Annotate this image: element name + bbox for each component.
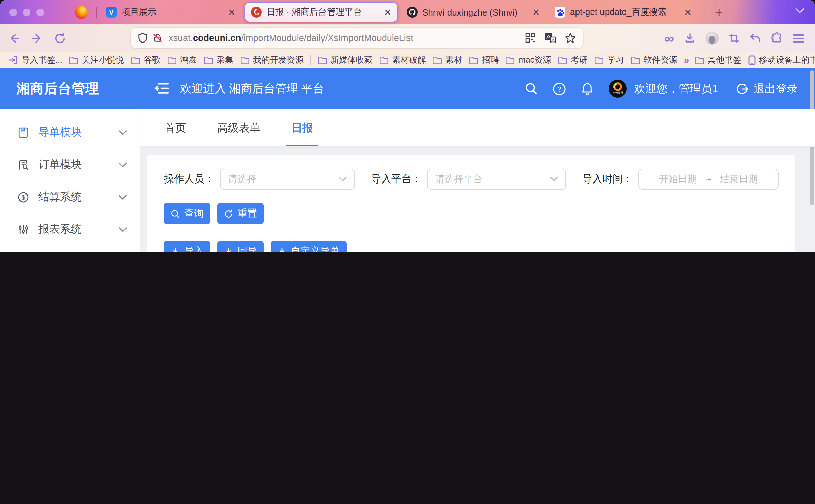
extensions-puzzle-icon[interactable] xyxy=(771,32,783,44)
reset-icon xyxy=(224,209,233,218)
import-button-row: 导入 回导 自定义导单 xyxy=(164,241,346,252)
bookmark-folder[interactable]: 素材破解 xyxy=(380,54,426,66)
folder-icon xyxy=(204,56,213,64)
browser-tab-4[interactable]: apt-get update_百度搜索 ✕ xyxy=(549,2,698,22)
bookmark-mobile[interactable]: 移动设备上的书签 xyxy=(748,54,815,66)
bookmark-folder-other[interactable]: 其他书签 xyxy=(695,54,741,66)
translate-icon[interactable]: A 文 xyxy=(544,32,556,43)
undo-icon[interactable] xyxy=(750,33,761,43)
bookmark-folder[interactable]: 新媒体收藏 xyxy=(318,54,373,66)
sidebar: 导单模块 订单模块 $ 结算系统 报表系统 发票系统 ¥ 采购系统 xyxy=(0,109,140,252)
browser-window: V 项目展示 ✕ 日报 · 湘商后台管理平台 ✕ Shnvi-duxingzhe… xyxy=(0,0,815,252)
platform-select[interactable]: 请选择平台 xyxy=(427,169,566,190)
bookmark-folder[interactable]: 学习 xyxy=(594,54,624,66)
svg-text:$: $ xyxy=(22,194,25,201)
bookmark-import[interactable]: 导入书签... xyxy=(8,54,62,66)
browser-toolbar: xsuat.codeuni.cn/importMoudule/daily/XsI… xyxy=(0,24,815,52)
reload-icon[interactable] xyxy=(54,32,66,44)
menu-hamburger-icon[interactable] xyxy=(793,33,804,43)
close-tab-icon[interactable]: ✕ xyxy=(532,8,540,17)
bookmark-folder[interactable]: 招聘 xyxy=(469,54,499,66)
browser-tab-2-active[interactable]: 日报 · 湘商后台管理平台 ✕ xyxy=(244,2,398,22)
bookmarks-divider xyxy=(310,55,311,65)
import-icon xyxy=(8,55,18,65)
forward-icon[interactable] xyxy=(31,32,43,44)
help-icon[interactable]: ? xyxy=(553,82,566,95)
macos-traffic-lights[interactable] xyxy=(9,8,44,16)
search-button[interactable]: 查询 xyxy=(164,203,210,224)
qr-code-icon[interactable] xyxy=(525,32,536,43)
operator-label: 操作人员： xyxy=(164,173,215,186)
date-end-placeholder: 结束日期 xyxy=(720,173,758,185)
browser-tab-1[interactable]: V 项目展示 ✕ xyxy=(100,2,242,22)
chevron-down-icon xyxy=(119,130,127,135)
tab-daily-report[interactable]: 日报 xyxy=(286,109,318,146)
folder-icon xyxy=(131,56,140,64)
tab-title: Shnvi-duxingzhe (Shnvi) xyxy=(422,7,528,17)
main-content: 首页 高级表单 日报 操作人员： 请选择 导入平台： 请选择平台 导入时间： 开… xyxy=(140,109,815,252)
reimport-button[interactable]: 回导 xyxy=(217,241,264,252)
date-start-placeholder: 开始日期 xyxy=(659,173,697,185)
downloads-icon[interactable] xyxy=(684,32,696,44)
sliders-icon xyxy=(18,224,29,235)
reset-button[interactable]: 重置 xyxy=(217,203,264,224)
import-button[interactable]: 导入 xyxy=(164,241,210,252)
bookmark-folder[interactable]: 素材 xyxy=(433,54,462,66)
close-tab-icon[interactable]: ✕ xyxy=(384,8,391,17)
bookmark-star-icon[interactable] xyxy=(565,32,576,44)
sidebar-collapse-icon[interactable] xyxy=(154,82,169,94)
logout-button[interactable]: 退出登录 xyxy=(736,81,798,96)
zoom-window-button[interactable] xyxy=(36,8,44,16)
screenshot-crop-icon[interactable] xyxy=(729,33,739,44)
bookmarks-overflow-chevron[interactable]: » xyxy=(684,55,688,65)
sidebar-item-settlement-system[interactable]: $ 结算系统 xyxy=(0,181,140,213)
close-tab-icon[interactable]: ✕ xyxy=(228,8,235,17)
folder-icon xyxy=(631,56,640,64)
welcome-text: 欢迎进入 湘商后台管理 平台 xyxy=(180,68,324,109)
sidebar-item-invoice-system[interactable]: 发票系统 xyxy=(0,246,140,252)
folder-icon xyxy=(558,56,567,64)
search-icon xyxy=(171,209,180,218)
custom-import-button[interactable]: 自定义导单 xyxy=(271,241,346,252)
bookmark-folder[interactable]: 鸿鑫 xyxy=(167,54,197,66)
query-button-row: 查询 重置 xyxy=(164,203,264,224)
adblock-infinity-icon[interactable]: ∞ xyxy=(664,31,674,45)
chevron-down-icon xyxy=(119,163,127,167)
folder-icon xyxy=(69,56,79,64)
header-search-icon[interactable] xyxy=(525,82,538,95)
url-bar[interactable]: xsuat.codeuni.cn/importMoudule/daily/XsI… xyxy=(131,28,583,48)
sidebar-item-order-module[interactable]: 订单模块 xyxy=(0,148,140,181)
close-tab-icon[interactable]: ✕ xyxy=(684,8,692,17)
platform-label: 导入平台： xyxy=(371,173,422,186)
download-icon xyxy=(277,247,287,252)
list-all-tabs-icon[interactable] xyxy=(795,8,804,13)
close-window-button[interactable] xyxy=(9,8,17,16)
lock-insecure-icon[interactable] xyxy=(152,32,163,43)
notification-bell-icon[interactable] xyxy=(581,82,594,95)
bookmark-folder[interactable]: 我的开发资源 xyxy=(240,54,304,66)
shield-icon[interactable] xyxy=(138,32,148,44)
bookmark-folder[interactable]: 采集 xyxy=(204,54,233,66)
download-icon xyxy=(171,247,180,252)
bookmark-folder[interactable]: 考研 xyxy=(558,54,588,66)
operator-select[interactable]: 请选择 xyxy=(220,169,355,190)
sidebar-item-report-system[interactable]: 报表系统 xyxy=(0,213,140,246)
bookmark-folder[interactable]: mac资源 xyxy=(506,54,551,66)
tab-advanced-form[interactable]: 高级表单 xyxy=(212,109,266,146)
bookmark-folder[interactable]: 关注小悦悦 xyxy=(69,54,124,66)
extension-avatar-icon[interactable] xyxy=(706,32,719,45)
new-tab-button[interactable]: + xyxy=(715,6,723,19)
bookmark-folder[interactable]: 谷歌 xyxy=(131,54,161,66)
minimize-window-button[interactable] xyxy=(23,8,30,16)
date-range-input[interactable]: 开始日期 ~ 结束日期 xyxy=(638,169,779,190)
chevron-down-icon xyxy=(339,177,347,181)
tab-title: 日报 · 湘商后台管理平台 xyxy=(266,6,379,18)
browser-tab-3[interactable]: Shnvi-duxingzhe (Shnvi) ✕ xyxy=(401,2,546,22)
dollar-circle-icon: $ xyxy=(18,191,29,203)
bookmark-folder[interactable]: 软件资源 xyxy=(631,54,677,66)
user-avatar[interactable]: 国熙软件 xyxy=(609,80,627,98)
back-icon[interactable] xyxy=(8,32,20,44)
sidebar-item-import-module[interactable]: 导单模块 xyxy=(0,116,140,148)
tab-home[interactable]: 首页 xyxy=(159,109,192,146)
filter-row: 操作人员： 请选择 导入平台： 请选择平台 导入时间： 开始日期 ~ 结束日期 xyxy=(164,169,779,190)
